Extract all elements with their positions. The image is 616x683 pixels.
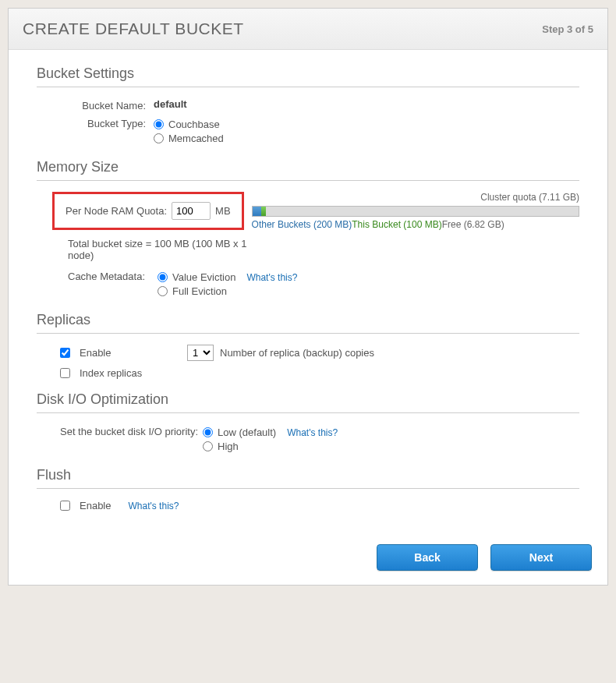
io-help-link[interactable]: What's this? <box>287 427 338 438</box>
flush-enable-label[interactable]: Enable <box>80 500 111 511</box>
section-disk-io: Disk I/O Optimization <box>37 391 579 413</box>
replicas-enable-label[interactable]: Enable <box>80 347 181 359</box>
ram-quota-label: Per Node RAM Quota: <box>65 205 167 217</box>
back-button[interactable]: Back <box>377 544 478 571</box>
cache-metadata-label: Cache Metadata: <box>68 269 158 282</box>
cache-value-eviction-label[interactable]: Value Eviction <box>172 271 235 283</box>
io-high-radio[interactable] <box>203 441 213 451</box>
disk-io-label: Set the bucket disk I/O priority: <box>60 424 203 437</box>
page-title: CREATE DEFAULT BUCKET <box>23 19 244 38</box>
index-replicas-label[interactable]: Index replicas <box>80 367 142 379</box>
step-indicator: Step 3 of 5 <box>542 23 593 35</box>
ram-quota-highlight: Per Node RAM Quota: MB <box>52 192 244 230</box>
ram-quota-unit: MB <box>215 205 231 217</box>
bucket-type-label: Bucket Type: <box>60 116 154 129</box>
quota-seg-free <box>266 207 579 216</box>
bucket-type-couchbase-radio[interactable] <box>154 119 164 129</box>
index-replicas-checkbox[interactable] <box>60 368 70 378</box>
ram-quota-input[interactable] <box>172 202 211 220</box>
next-button[interactable]: Next <box>490 544 592 571</box>
io-low-label[interactable]: Low (default) <box>218 426 276 438</box>
section-replicas: Replicas <box>37 312 579 334</box>
quota-seg-other <box>253 207 262 216</box>
flush-help-link[interactable]: What's this? <box>128 501 179 511</box>
legend-other: Other Buckets (200 MB) <box>252 219 352 230</box>
legend-this: This Bucket (100 MB) <box>352 219 441 230</box>
quota-bar <box>252 206 579 217</box>
cache-full-eviction-radio[interactable] <box>158 286 168 296</box>
quota-visualization: Cluster quota (7.11 GB) Other Buckets (2… <box>252 192 579 230</box>
create-bucket-panel: CREATE DEFAULT BUCKET Step 3 of 5 Bucket… <box>8 8 608 586</box>
legend-free: Free (6.82 GB) <box>442 219 504 230</box>
total-bucket-size: Total bucket size = 100 MB (100 MB x 1 n… <box>68 238 271 261</box>
flush-enable-checkbox[interactable] <box>60 501 70 511</box>
replica-count-label: Number of replica (backup) copies <box>220 347 374 359</box>
footer: Back Next <box>9 535 607 585</box>
cache-value-eviction-radio[interactable] <box>158 272 168 282</box>
bucket-name-value: default <box>154 98 579 110</box>
bucket-type-memcached-radio[interactable] <box>154 133 164 143</box>
bucket-type-memcached-label[interactable]: Memcached <box>168 133 224 144</box>
section-flush: Flush <box>37 467 579 489</box>
bucket-name-label: Bucket Name: <box>60 98 154 111</box>
replicas-enable-checkbox[interactable] <box>60 348 70 358</box>
section-bucket-settings: Bucket Settings <box>37 65 579 87</box>
replica-count-select[interactable]: 1 <box>187 345 214 361</box>
io-high-label[interactable]: High <box>218 441 239 452</box>
section-memory-size: Memory Size <box>37 159 579 181</box>
cache-full-eviction-label[interactable]: Full Eviction <box>172 285 227 297</box>
panel-body: Bucket Settings Bucket Name: default Buc… <box>9 50 607 535</box>
cluster-quota-label: Cluster quota (7.11 GB) <box>252 192 579 203</box>
bucket-type-couchbase-label[interactable]: Couchbase <box>168 119 220 130</box>
io-low-radio[interactable] <box>203 427 213 437</box>
cache-help-link[interactable]: What's this? <box>246 272 297 283</box>
panel-header: CREATE DEFAULT BUCKET Step 3 of 5 <box>9 9 607 50</box>
